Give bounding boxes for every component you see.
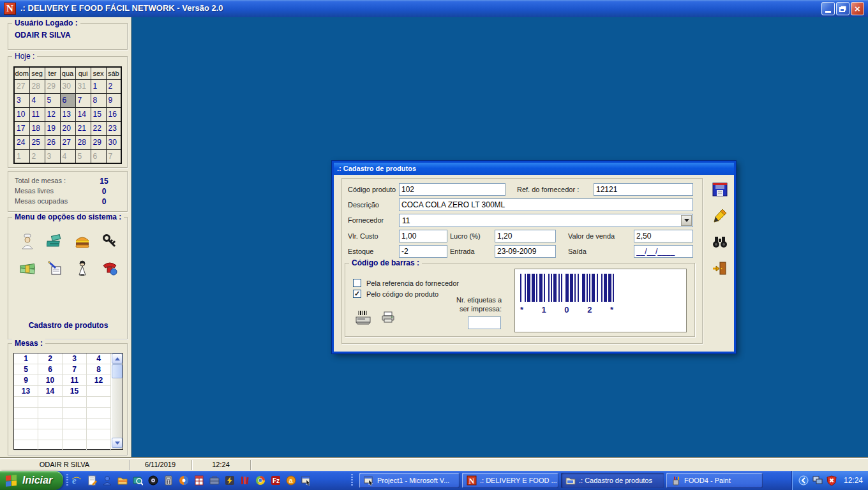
calendar-day[interactable]: 3: [45, 149, 60, 163]
winamp-icon[interactable]: [225, 475, 235, 486]
dialog-titlebar[interactable]: .: Cadastro de produtos: [334, 163, 734, 175]
calendar-day[interactable]: 30: [60, 79, 75, 93]
mesa-cell-empty[interactable]: [38, 429, 63, 440]
calendar-day[interactable]: 16: [106, 107, 121, 121]
calendar-day[interactable]: 27: [14, 79, 29, 93]
network-icon[interactable]: [812, 475, 823, 486]
folder-icon[interactable]: [117, 475, 128, 486]
media-player-icon[interactable]: [148, 475, 158, 486]
hide-icons-chevron-icon[interactable]: [798, 475, 809, 486]
mesa-cell-empty[interactable]: [87, 440, 111, 451]
calculator-icon[interactable]: [163, 475, 174, 486]
mesa-cell[interactable]: 6: [38, 364, 63, 375]
security-shield-icon[interactable]: [827, 475, 837, 486]
entrada-input[interactable]: [495, 245, 556, 258]
chrome-icon[interactable]: [255, 475, 266, 486]
exit-door-button[interactable]: [712, 260, 728, 276]
mesa-cell[interactable]: 5: [14, 364, 38, 375]
venda-input[interactable]: [634, 230, 693, 242]
waitress-icon[interactable]: [68, 255, 96, 281]
calendar-day[interactable]: 1: [14, 149, 29, 163]
mesa-cell[interactable]: 2: [38, 353, 63, 364]
bookshelf-icon[interactable]: [240, 475, 250, 486]
mesa-cell-empty[interactable]: [14, 397, 38, 408]
mesa-cell-empty[interactable]: [14, 429, 38, 440]
calendar-day[interactable]: 6: [91, 149, 106, 163]
mesa-cell[interactable]: 4: [87, 353, 111, 364]
calendar-day[interactable]: 22: [91, 121, 106, 135]
search-binoculars-button[interactable]: [712, 234, 728, 249]
calendar-day[interactable]: 5: [45, 93, 60, 107]
calendar-day[interactable]: 17: [14, 121, 29, 135]
mesa-cell-empty[interactable]: [14, 408, 38, 419]
start-button[interactable]: Iniciar: [0, 471, 63, 490]
mesa-cell-empty[interactable]: [38, 397, 63, 408]
scroll-thumb[interactable]: [112, 364, 123, 378]
mesa-cell[interactable]: 11: [63, 375, 87, 386]
descricao-input[interactable]: [399, 198, 693, 211]
calendar-day[interactable]: 27: [60, 135, 75, 149]
mesa-cell[interactable]: 15: [63, 386, 87, 397]
mesa-cell-empty[interactable]: [14, 440, 38, 451]
key-icon[interactable]: [96, 228, 123, 255]
calendar-day[interactable]: 10: [14, 107, 29, 121]
calendar-day[interactable]: 24: [14, 135, 29, 149]
spreadsheet-icon[interactable]: [194, 475, 204, 486]
tray-clock[interactable]: 12:24: [844, 476, 863, 485]
calendar-day[interactable]: 29: [91, 135, 106, 149]
filezilla-icon[interactable]: Fz: [271, 475, 281, 486]
mesa-cell-empty[interactable]: [87, 429, 111, 440]
calendar-day[interactable]: 12: [45, 107, 60, 121]
mesas-scrollbar[interactable]: [112, 353, 123, 449]
calendar-day[interactable]: 1: [91, 79, 106, 93]
mesa-cell[interactable]: 9: [14, 375, 38, 386]
mesa-cell-empty[interactable]: [63, 440, 87, 451]
mesa-cell-empty[interactable]: [63, 429, 87, 440]
calendar-day[interactable]: 3: [14, 93, 29, 107]
restore-button[interactable]: [836, 2, 849, 15]
taskband-handle[interactable]: [351, 474, 353, 487]
calendar-day-selected[interactable]: 6: [60, 93, 75, 107]
calendar-day[interactable]: 13: [60, 107, 75, 121]
messenger-icon[interactable]: [102, 475, 112, 486]
scroll-up-button[interactable]: [112, 353, 123, 364]
taskbar-button[interactable]: FOOD4 - Paint: [666, 473, 763, 488]
saida-input[interactable]: [634, 245, 693, 258]
calendar-day[interactable]: 5: [75, 149, 91, 163]
mesa-cell-empty[interactable]: [63, 419, 87, 429]
calendar-day[interactable]: 9: [106, 93, 121, 107]
minimize-button[interactable]: [821, 2, 835, 15]
calendar-day[interactable]: 14: [75, 107, 91, 121]
mesas-list[interactable]: 123456789101112131415: [13, 353, 123, 450]
mesa-cell-empty[interactable]: [38, 440, 63, 451]
calendar-day[interactable]: 29: [45, 79, 60, 93]
fornecedor-combobox[interactable]: 11: [399, 214, 693, 227]
calendar-day[interactable]: 11: [29, 107, 45, 121]
search-box-icon[interactable]: [133, 475, 143, 486]
money-icon[interactable]: [13, 255, 41, 281]
calendar-day[interactable]: 26: [45, 135, 60, 149]
mesa-cell[interactable]: 8: [87, 364, 111, 375]
calendar-day[interactable]: 23: [106, 121, 121, 135]
calendar-day[interactable]: 4: [29, 93, 45, 107]
mesa-cell-empty[interactable]: [87, 386, 111, 397]
briefcase-icon[interactable]: [209, 475, 220, 486]
mesa-cell[interactable]: 3: [63, 353, 87, 364]
calendar-day[interactable]: 21: [75, 121, 91, 135]
mesa-cell-empty[interactable]: [87, 408, 111, 419]
estoque-input[interactable]: [399, 245, 447, 258]
calendar-day[interactable]: 30: [106, 135, 121, 149]
mesa-cell-empty[interactable]: [87, 419, 111, 429]
chef-icon[interactable]: [13, 228, 41, 255]
calendar-day[interactable]: 19: [45, 121, 60, 135]
hamburger-icon[interactable]: [68, 228, 96, 255]
calendar-day[interactable]: 31: [75, 79, 91, 93]
atube-icon[interactable]: a: [286, 475, 296, 486]
notes-icon[interactable]: [87, 475, 97, 486]
codigo-produto-checkbox[interactable]: ✓: [353, 290, 361, 298]
mesa-cell[interactable]: 10: [38, 375, 63, 386]
calendar-day[interactable]: 4: [60, 149, 75, 163]
calendar[interactable]: domsegterquaquisexsáb 272829303112345678…: [13, 66, 122, 164]
vb-window-icon[interactable]: [301, 475, 311, 486]
phone-icon[interactable]: [96, 255, 123, 281]
